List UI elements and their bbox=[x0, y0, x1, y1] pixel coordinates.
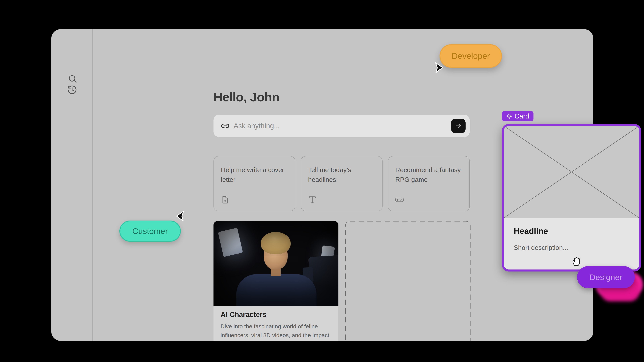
search-icon bbox=[68, 74, 77, 84]
ai-characters-card[interactable]: AI Characters Dive into the fascinating … bbox=[214, 221, 338, 341]
suggestion-label: Tell me today’s headlines bbox=[301, 156, 382, 184]
collaborator-pill-designer[interactable]: Designer bbox=[577, 266, 635, 288]
collaborator-label: Customer bbox=[132, 226, 168, 236]
ai-card-title: AI Characters bbox=[220, 310, 331, 319]
file-icon bbox=[220, 195, 230, 204]
card-description: Short description... bbox=[514, 244, 639, 251]
arrow-right-icon bbox=[455, 122, 462, 130]
empty-slot-placeholder bbox=[345, 221, 470, 341]
image-placeholder bbox=[504, 126, 639, 218]
ask-input[interactable] bbox=[234, 122, 470, 130]
attach-link-icon[interactable] bbox=[221, 121, 230, 130]
gamepad-icon bbox=[395, 195, 404, 204]
page-title: Hello, John bbox=[214, 90, 280, 104]
card-headline: Headline bbox=[514, 226, 639, 236]
component-badge-label: Card bbox=[514, 112, 529, 120]
suggestion-label: Recommend a fantasy RPG game bbox=[388, 156, 470, 184]
customer-cursor-icon bbox=[176, 211, 185, 222]
ai-characters-photo bbox=[214, 221, 338, 306]
collaborator-label: Designer bbox=[590, 273, 622, 282]
grab-cursor-icon bbox=[570, 255, 582, 268]
collaborator-pill-customer[interactable]: Customer bbox=[120, 221, 181, 242]
history-button[interactable] bbox=[67, 85, 77, 95]
suggestion-cover-letter[interactable]: Help me write a cover letter bbox=[214, 156, 295, 211]
history-icon bbox=[67, 85, 77, 95]
component-icon bbox=[506, 113, 512, 119]
developer-cursor-icon bbox=[434, 62, 444, 74]
ai-card-description: Dive into the fascinating world of felin… bbox=[220, 322, 331, 341]
send-button[interactable] bbox=[451, 119, 466, 133]
collaborator-label: Developer bbox=[452, 51, 490, 61]
suggestion-rpg-game[interactable]: Recommend a fantasy RPG game bbox=[388, 156, 470, 211]
search-button[interactable] bbox=[68, 74, 77, 84]
collab-canvas: Hello, John Help me write a cover letter bbox=[0, 0, 644, 362]
type-icon bbox=[308, 195, 317, 204]
collaborator-pill-developer[interactable]: Developer bbox=[440, 44, 502, 68]
suggestion-label: Help me write a cover letter bbox=[214, 156, 295, 184]
component-badge[interactable]: Card bbox=[502, 111, 534, 121]
ask-input-bar[interactable] bbox=[214, 115, 470, 137]
dragged-card-component[interactable]: Headline Short description... bbox=[502, 124, 641, 272]
sidebar-divider bbox=[92, 29, 93, 341]
suggestion-headlines[interactable]: Tell me today’s headlines bbox=[301, 156, 382, 211]
